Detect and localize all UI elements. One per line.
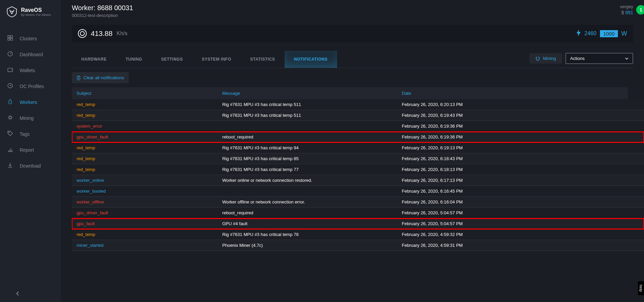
stats-bar: 413.88 Kh/s 2460 1000 W (72, 25, 633, 42)
sidebar-item-clusters[interactable]: Clusters (0, 30, 61, 46)
row-date: February 26, 2020, 6:17:13 PM (402, 178, 463, 183)
col-date[interactable]: Date (402, 91, 411, 96)
svg-rect-3 (11, 38, 13, 40)
row-date: February 26, 2020, 5:04:57 PM (402, 210, 463, 215)
svg-rect-2 (8, 38, 10, 40)
grid-icon (7, 35, 14, 42)
tab-hardware[interactable]: HARDWARE (72, 51, 116, 68)
chart-icon (7, 147, 14, 153)
row-subject: red_temp (77, 113, 222, 118)
hashrate-unit: Kh/s (117, 30, 127, 37)
table-row[interactable]: red_tempRig #7631 MPU #3 has critical te… (72, 110, 644, 121)
tab-statistics[interactable]: STATISTICS (241, 51, 285, 68)
sidebar-item-label: Clusters (20, 36, 37, 41)
table-row[interactable]: worker_onlineWorker online or network co… (72, 175, 644, 186)
table-row[interactable]: worker_bootedFebruary 26, 2020, 6:16:45 … (72, 186, 644, 197)
table-row[interactable]: gpu_driver_faultreboot_requiredFebruary … (72, 132, 644, 143)
clear-all-button[interactable]: Clear all notifications (72, 72, 129, 83)
col-message[interactable]: Message (222, 91, 402, 96)
row-message: Worker online or network connection rest… (222, 178, 402, 183)
sidebar-item-oc-profiles[interactable]: OC Profiles (0, 78, 61, 94)
svg-rect-0 (8, 36, 10, 38)
tab-notifications[interactable]: NOTIFICATIONS (285, 51, 337, 68)
svg-point-7 (9, 116, 12, 119)
table-row[interactable]: gpu_driver_faultreboot_requiredFebruary … (72, 208, 644, 218)
sidebar-item-dashboard[interactable]: Dashboard (0, 46, 61, 62)
logo-icon (6, 6, 18, 18)
sidebar-item-workers[interactable]: Workers (0, 94, 61, 110)
sidebar-item-wallets[interactable]: Wallets (0, 62, 61, 78)
clock-icon (7, 83, 14, 89)
row-message: reboot_required (222, 210, 402, 215)
tab-system-info[interactable]: SYSTEM INFO (192, 51, 241, 68)
nav: ClustersDashboardWalletsOC ProfilesWorke… (0, 30, 61, 174)
table-row[interactable]: system_errorFebruary 26, 2020, 6:19:36 P… (72, 121, 644, 132)
gear-icon (7, 115, 14, 121)
row-date: February 26, 2020, 6:16:04 PM (402, 199, 463, 204)
svg-rect-1 (11, 36, 13, 38)
brand-tagline: By Miners. For Miners (21, 13, 51, 17)
tab-row: HARDWARETUNINGSETTINGSSYSTEM INFOSTATIST… (72, 51, 633, 68)
main: Worker: 8688 00031 000312-test-descripti… (61, 0, 644, 302)
row-subject: worker_offline (77, 199, 222, 204)
row-date: February 26, 2020, 6:19:36 PM (402, 134, 463, 139)
hashrate-value: 413.88 (91, 29, 112, 38)
row-message: Rig #7631 MPU #3 has critical temp 76 (222, 232, 402, 237)
table-row[interactable]: red_tempRig #7631 MPU #3 has critical te… (72, 99, 644, 110)
power-unit: W (621, 30, 627, 37)
brand-name: RaveOS (21, 7, 51, 13)
table-row[interactable]: gpu_faultGPU #4 faultFebruary 26, 2020, … (72, 218, 644, 229)
row-subject: gpu_fault (77, 221, 222, 226)
logo[interactable]: RaveOS By Miners. For Miners (0, 0, 61, 24)
download-icon (7, 163, 14, 169)
row-date: February 26, 2020, 6:20:13 PM (402, 102, 463, 107)
row-subject: red_temp (77, 156, 222, 161)
sidebar-item-label: Wallets (20, 68, 35, 73)
help-tab[interactable]: help (638, 281, 644, 295)
sidebar-item-download[interactable]: Download (0, 158, 61, 174)
mining-button[interactable]: Mining (529, 53, 562, 64)
row-subject: red_temp (77, 232, 222, 237)
table-row[interactable]: red_tempRig #7631 MPU #3 has critical te… (72, 164, 644, 175)
row-subject: gpu_driver_fault (77, 210, 222, 215)
table-row[interactable]: miner_startedPhoenix Miner (4.7c)Februar… (72, 240, 644, 251)
sidebar-item-report[interactable]: Report (0, 142, 61, 158)
tag-icon (7, 131, 14, 137)
row-date: February 26, 2020, 4:59:32 PM (402, 232, 463, 237)
page-title: Worker: 8688 00031 (72, 4, 133, 12)
notification-table: Subject Message Date red_tempRig #7631 M… (72, 87, 644, 254)
row-message: Rig #7631 MPU #3 has critical temp 94 (222, 145, 402, 150)
row-message: Rig #7631 MPU #3 has critical temp 511 (222, 102, 402, 107)
sidebar-item-label: Dashboard (20, 52, 43, 57)
sidebar-item-mining[interactable]: Mining (0, 110, 61, 126)
collapse-sidebar-icon[interactable] (15, 291, 20, 297)
chevron-down-icon (625, 58, 628, 60)
table-row[interactable]: red_tempRig #7631 MPU #3 has critical te… (72, 153, 644, 164)
tabs: HARDWARETUNINGSETTINGSSYSTEM INFOSTATIST… (72, 51, 337, 68)
gauge-icon (7, 51, 14, 58)
sidebar-item-tags[interactable]: Tags (0, 126, 61, 142)
actions-dropdown[interactable]: Actions (565, 53, 633, 64)
trash-icon (77, 76, 81, 80)
table-row[interactable]: red_tempRig #7631 MPU #3 has critical te… (72, 229, 644, 240)
sidebar-item-label: Mining (20, 115, 34, 121)
balance[interactable]: $ 991 (620, 10, 633, 15)
row-date: February 26, 2020, 6:18:43 PM (402, 156, 463, 161)
tab-tuning[interactable]: TUNING (116, 51, 152, 68)
tab-settings[interactable]: SETTINGS (152, 51, 192, 68)
bolt-icon (576, 29, 581, 38)
notification-badge[interactable]: 1 (636, 5, 644, 15)
row-subject: worker_online (77, 178, 222, 183)
col-subject[interactable]: Subject (77, 91, 222, 96)
sidebar-item-label: Workers (20, 100, 37, 105)
drop-icon (7, 99, 14, 105)
page-desc: 000312-test-description (72, 13, 133, 18)
table-body[interactable]: red_tempRig #7631 MPU #3 has critical te… (72, 99, 644, 254)
row-subject: red_temp (77, 145, 222, 150)
username[interactable]: sergey (620, 4, 633, 9)
table-row[interactable]: red_tempRig #7631 MPU #3 has critical te… (72, 143, 644, 153)
row-subject: miner_started (77, 243, 222, 248)
table-row[interactable]: red_tempRig #7631 MPU #3 has critical te… (72, 251, 644, 254)
row-message (222, 189, 402, 194)
table-row[interactable]: worker_offlineWorker offline or network … (72, 197, 644, 208)
